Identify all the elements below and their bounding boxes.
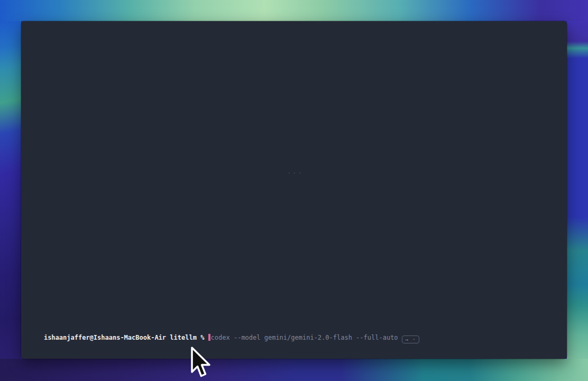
terminal-output-ellipsis: ···: [287, 169, 304, 177]
command-suggestion: codex --model gemini/gemini-2.0-flash --…: [211, 334, 402, 341]
prompt-directory: litellm: [170, 334, 200, 341]
wallpaper-strip-bottom: [0, 359, 588, 381]
prompt-user-host: ishaanjaffer@Ishaans-MacBook-Air: [44, 334, 170, 341]
wallpaper-strip-right: [567, 21, 588, 359]
terminal-window[interactable]: ··· ishaanjaffer@Ishaans-MacBook-Air lit…: [21, 21, 567, 359]
wallpaper-strip-top: [0, 0, 588, 21]
wallpaper-strip-left: [0, 21, 21, 359]
text-cursor: [208, 334, 210, 341]
terminal-prompt-line[interactable]: ishaanjaffer@Ishaans-MacBook-Air litellm…: [29, 325, 562, 352]
accept-suggestion-badge: → ·: [402, 335, 419, 343]
prompt-symbol: %: [200, 334, 208, 341]
